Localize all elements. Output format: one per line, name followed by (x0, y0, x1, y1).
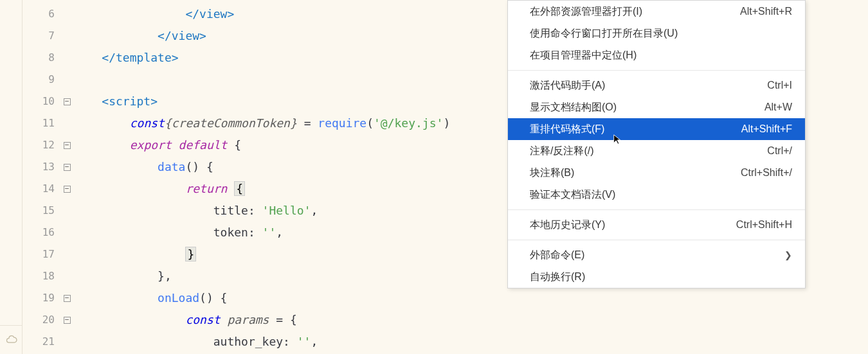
menu-item-label: 激活代码助手(A) (530, 79, 605, 93)
code-line[interactable]: author_key: '', (74, 331, 868, 353)
line-number: 17 (23, 243, 55, 265)
menu-separator (508, 209, 805, 210)
menu-item-label: 本地历史记录(Y) (530, 218, 605, 232)
menu-separator (508, 70, 805, 71)
fold-marker (60, 265, 74, 287)
menu-item-label: 外部命令(E) (530, 249, 584, 262)
menu-item[interactable]: 在外部资源管理器打开(I)Alt+Shift+R (508, 1, 805, 22)
line-number: 14 (23, 178, 55, 200)
line-number-gutter: 6789101112131415161718192021 (23, 0, 60, 354)
menu-item[interactable]: 激活代码助手(A)Ctrl+I (508, 75, 805, 96)
menu-shortcut: Ctrl+Shift+H (736, 219, 792, 231)
fold-marker (60, 112, 74, 134)
fold-marker (60, 222, 74, 243)
menu-item[interactable]: 验证本文档语法(V) (508, 184, 805, 206)
menu-item[interactable]: 块注释(B)Ctrl+Shift+/ (508, 162, 805, 184)
line-number: 6 (23, 3, 55, 25)
menu-item-label: 注释/反注释(/) (530, 145, 594, 158)
menu-item-label: 在外部资源管理器打开(I) (530, 5, 642, 19)
code-line[interactable]: onLoad() { (74, 287, 868, 309)
menu-shortcut: Ctrl+/ (767, 145, 792, 157)
fold-marker (60, 331, 74, 353)
line-number: 16 (23, 222, 55, 243)
menu-item-label: 使用命令行窗口打开所在目录(U) (530, 27, 678, 40)
fold-collapse-icon[interactable]: − (64, 317, 71, 324)
fold-marker[interactable]: − (60, 309, 74, 331)
line-number: 7 (23, 25, 55, 47)
line-number: 20 (23, 309, 55, 331)
fold-collapse-icon[interactable]: − (64, 98, 71, 105)
menu-item[interactable]: 重排代码格式(F)Alt+Shift+F (508, 118, 805, 140)
menu-item[interactable]: 注释/反注释(/)Ctrl+/ (508, 140, 805, 162)
chevron-right-icon: ❯ (784, 250, 792, 260)
fold-marker[interactable]: − (60, 156, 74, 178)
menu-shortcut: Ctrl+Shift+/ (741, 167, 792, 179)
line-number: 10 (23, 91, 55, 112)
line-number: 21 (23, 331, 55, 353)
side-strip (0, 0, 23, 354)
line-number: 9 (23, 69, 55, 91)
menu-item[interactable]: 自动换行(R) (508, 266, 805, 288)
menu-shortcut: Alt+Shift+R (740, 6, 792, 17)
menu-item[interactable]: 外部命令(E)❯ (508, 244, 805, 266)
fold-collapse-icon[interactable]: − (64, 142, 71, 149)
fold-marker[interactable]: − (60, 178, 74, 200)
fold-column: −−−−−− (60, 0, 74, 354)
menu-separator (508, 240, 805, 240)
context-menu[interactable]: 在外部资源管理器打开(I)Alt+Shift+R使用命令行窗口打开所在目录(U)… (507, 0, 806, 288)
fold-marker (60, 47, 74, 69)
menu-item[interactable]: 显示文档结构图(O)Alt+W (508, 96, 805, 118)
fold-marker (60, 69, 74, 91)
fold-marker (60, 243, 74, 265)
menu-item-label: 验证本文档语法(V) (530, 188, 615, 202)
fold-marker[interactable]: − (60, 287, 74, 309)
menu-item-label: 在项目管理器中定位(H) (530, 49, 637, 62)
line-number: 18 (23, 265, 55, 287)
fold-marker (60, 25, 74, 47)
fold-marker (60, 3, 74, 25)
menu-item-label: 重排代码格式(F) (530, 123, 604, 136)
line-number: 19 (23, 287, 55, 309)
line-number: 15 (23, 200, 55, 222)
menu-item[interactable]: 使用命令行窗口打开所在目录(U) (508, 22, 805, 44)
line-number: 11 (23, 112, 55, 134)
fold-collapse-icon[interactable]: − (64, 295, 71, 302)
line-number: 12 (23, 134, 55, 156)
code-line[interactable]: const params = { (74, 309, 868, 331)
fold-collapse-icon[interactable]: − (64, 186, 71, 193)
fold-marker[interactable]: − (60, 91, 74, 112)
line-number: 8 (23, 47, 55, 69)
menu-item-label: 显示文档结构图(O) (530, 101, 617, 114)
menu-shortcut: Alt+W (764, 102, 792, 113)
menu-item-label: 自动换行(R) (530, 270, 585, 284)
line-number: 13 (23, 156, 55, 178)
menu-item[interactable]: 在项目管理器中定位(H) (508, 44, 805, 66)
menu-item[interactable]: 本地历史记录(Y)Ctrl+Shift+H (508, 214, 805, 236)
fold-marker[interactable]: − (60, 134, 74, 156)
menu-item-label: 块注释(B) (530, 166, 574, 180)
side-footer (0, 325, 23, 354)
menu-shortcut: Ctrl+I (767, 80, 792, 91)
fold-marker (60, 200, 74, 222)
fold-collapse-icon[interactable]: − (64, 164, 71, 171)
cloud-icon (5, 333, 18, 346)
menu-shortcut: Alt+Shift+F (741, 123, 792, 135)
